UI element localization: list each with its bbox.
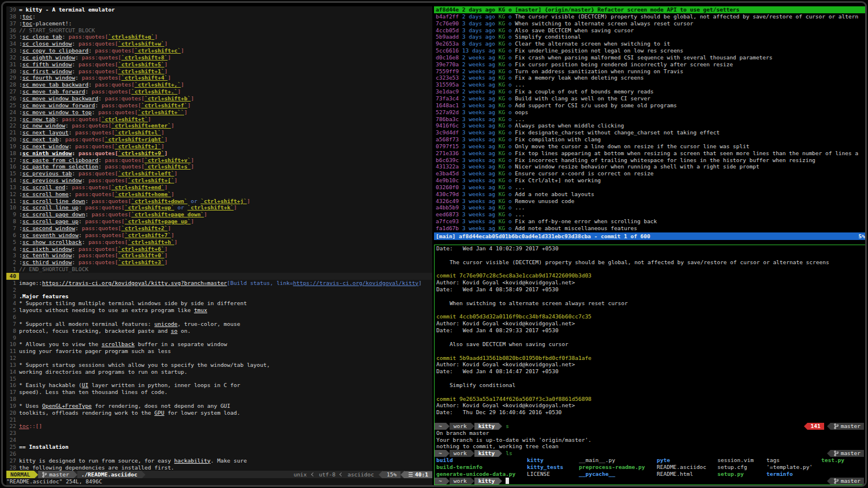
shell-line: Date: Wed Jan 4 08:29:33 2017 +0530 xyxy=(435,327,865,334)
editor-line: 11:sc_scroll_line_down: pass:quotes[`ctr… xyxy=(6,198,432,205)
git-branch-icon xyxy=(834,423,839,429)
editor-line: 32:sc_eighth_window: pass:quotes[`ctrl+s… xyxy=(6,54,432,61)
editor-line: 20toolkits, offloads rendering work to t… xyxy=(6,410,432,416)
shell-pane[interactable]: Date: Wed Jan 4 10:02:39 2017 +0530 The … xyxy=(434,245,866,485)
editor-line: 1image::https://travis-ci.org/kovidgoyal… xyxy=(6,280,432,287)
git-log-row: 9416f6c 3 weeks ag KG o Always paste whe… xyxy=(434,122,867,129)
window-frame: 39= kitty - A terminal emulator38:toc:37… xyxy=(1,1,867,487)
editor-line: 13* Support startup sessions which allow… xyxy=(6,362,432,369)
git-log-row: 39e770a 2 weeks ag KG o Fix cursor posit… xyxy=(434,61,867,68)
line-number-icon xyxy=(409,472,413,476)
ls-output-row: buildkitty__main__.pypytesession.vimtags… xyxy=(435,457,865,464)
shell-line: On branch master xyxy=(435,430,865,437)
shell-prompt: ~workkittylsmaster xyxy=(435,450,865,457)
editor-line: 19* Uses OpenGL+FreeType for rendering, … xyxy=(6,403,432,410)
ls-output-row: build-terminfokitty_testspreprocess-read… xyxy=(435,464,865,471)
shell-line xyxy=(435,266,865,273)
git-log-selected-row: af8d44e 2 days ago KG o [master] {origin… xyxy=(434,6,867,13)
editor-line: 33:sc_copy_to_clipboard: pass:quotes[`ct… xyxy=(6,47,432,54)
git-log-row: 1648ac1 3 weeks ag KG o Add support for … xyxy=(434,102,867,109)
shell-line: Your branch is up-to-date with 'origin/m… xyxy=(435,437,865,444)
statusline-filename: ./README.asciidoc xyxy=(77,471,141,478)
git-log-row: 786ba3c 3 weeks ag KG o ... xyxy=(434,116,867,123)
vim-command-line: "README.asciidoc" 254L, 8496C xyxy=(6,478,432,485)
prompt-segment-home: ~ xyxy=(435,478,446,485)
git-log-row: 431322a 3 weeks ag KG o Nicer window res… xyxy=(434,163,867,170)
editor-line: 16* Easily hackable (UI layer written in… xyxy=(6,382,432,389)
editor-line: 10* Allows you to view the scrollback bu… xyxy=(6,341,432,348)
powerline-arrow xyxy=(141,471,145,478)
editor-line: 31:sc_fifth_window: pass:quotes[`ctrl+sh… xyxy=(6,61,432,68)
git-log-row: 5cc6616 13 days ag KG o Fix underline_po… xyxy=(434,47,867,54)
shell-content: Date: Wed Jan 4 10:02:39 2017 +0530 The … xyxy=(435,245,865,485)
powerline-arrow xyxy=(499,478,502,485)
shell-line: Date: Wed Jan 4 08:14:47 2017 +0530 xyxy=(435,368,865,375)
powerline-arrow xyxy=(34,471,38,478)
editor-line: 3:sc_tenth_window: pass:quotes[`ctrl+shi… xyxy=(6,252,432,259)
git-log-row: 3e1dac9 2 weeks ag KG o Fix a couple of … xyxy=(434,88,867,95)
editor-line: 15 xyxy=(6,376,432,382)
vim-editor-pane[interactable]: 39= kitty - A terminal emulator38:toc:37… xyxy=(6,6,432,486)
statusline-right: unix utf-8 asciidoc 15% 40:1 xyxy=(293,471,432,478)
editor-line: 24 xyxy=(6,437,432,444)
terminal-cursor xyxy=(506,478,509,484)
shell-line xyxy=(435,307,865,314)
shell-line xyxy=(435,416,865,423)
editor-line: 13:sc_scroll_end: pass:quotes[`ctrl+shif… xyxy=(6,184,432,191)
git-log-row: 73fa3c4 2 weeks ag KG o Build with clang… xyxy=(434,95,867,102)
git-log-row: 3c9d4df 3 weeks ag KG o Fix designate_ch… xyxy=(434,129,867,136)
file-type: asciidoc xyxy=(346,471,375,478)
git-log-row: fa1d67b 3 weeks ag KG o Add note about m… xyxy=(434,225,867,232)
editor-line: 34:sc_close_window: pass:quotes[`ctrl+sh… xyxy=(6,40,432,47)
git-log-row: d0c16e8 2 weeks ag KG o Fix crash when p… xyxy=(434,54,867,61)
editor-line: 23:sc_new_tab: pass:quotes[`ctrl+shift+t… xyxy=(6,116,432,123)
prompt-segment-work: work xyxy=(450,478,471,485)
editor-line: 26 xyxy=(6,451,432,457)
shell-line: Simplify conditional xyxy=(435,382,865,389)
shell-line: commit 7c76e907c28c5ec8a3e1ccab9d1742260… xyxy=(435,272,865,279)
chevron-left-icon xyxy=(311,472,315,476)
git-log-scroll-percent: 5% xyxy=(859,233,865,240)
git-log-row: 0797f15 3 weeks ag KG o Only move the cu… xyxy=(434,143,867,150)
editor-buffer: 39= kitty - A terminal emulator38:toc:37… xyxy=(6,6,432,471)
git-log-row: a7fce93 3 weeks ag KG o Fix an off-by-on… xyxy=(434,218,867,225)
editor-line: 15:sc_previous_tab: pass:quotes[`ctrl+sh… xyxy=(6,170,432,177)
git-log-pane[interactable]: af8d44e 2 days ago KG o [master] {origin… xyxy=(434,6,867,240)
git-log-row: 7c76e90 3 days ago KG o When switching t… xyxy=(434,20,867,27)
editor-line: 22:sc_new_window: pass:quotes[`ctrl+shif… xyxy=(6,122,432,129)
editor-line: 30:sc_first_window: pass:quotes[`ctrl+sh… xyxy=(6,68,432,75)
git-log-row: e3ba45d 3 weeks ag KG o Ensure cursor x-… xyxy=(434,170,867,177)
cursor-position: 40:1 xyxy=(405,471,432,478)
editor-line: 2:sc_third_window: pass:quotes[`ctrl+shi… xyxy=(6,259,432,266)
git-log-row: eed6873 3 weeks ag KG o ... xyxy=(434,211,867,218)
editor-line: 16:sc_paste_from_selection: pass:quotes[… xyxy=(6,163,432,170)
editor-line: 9:sc_scroll_page_down: pass:quotes[`ctrl… xyxy=(6,211,432,218)
shell-prompt: ~workkittys141master xyxy=(435,423,865,430)
editor-line: 3.Major features xyxy=(6,293,432,300)
prompt-segment-kitty: kitty xyxy=(474,478,499,485)
editor-line: 1// END_SHORTCUT_BLOCK xyxy=(6,266,432,273)
git-log-row: 9e2653a 8 days ago KG o Clear the altern… xyxy=(434,40,867,47)
shell-line: nothing to commit, working tree clean xyxy=(435,443,865,450)
shell-line: Author: Kovid Goyal <kovid@kovidgoyal.ne… xyxy=(435,279,865,286)
prompt-git-branch: master xyxy=(830,423,864,430)
git-log-row: 527a92d 3 weeks ag KG o oops xyxy=(434,109,867,116)
powerline-arrow xyxy=(401,471,405,478)
editor-line: 11using your favorite pager program such… xyxy=(6,348,432,355)
editor-line: 2 xyxy=(6,287,432,294)
editor-line: 21:sc_next_layout: pass:quotes[`ctrl+shi… xyxy=(6,129,432,136)
shell-line xyxy=(435,252,865,259)
exit-code-badge: 141 xyxy=(807,423,824,430)
editor-line: 28:sc_move_tab_backward: pass:quotes[`ct… xyxy=(6,81,432,88)
editor-line: 18 xyxy=(6,396,432,403)
prompt-segment-home: ~ xyxy=(435,423,446,430)
editor-line: 6 xyxy=(6,314,432,321)
shell-line: Author: Kovid Goyal <kovid@kovidgoyal.ne… xyxy=(435,402,865,409)
git-log-row: 271e336 3 weeks ag KG o Fix top lines ap… xyxy=(434,150,867,157)
editor-line: 7* Supports all modern terminal features… xyxy=(6,321,432,328)
git-log-statusbar: [main] af8d44ecab05d01b6bc0ad4e1d331ebc9… xyxy=(434,232,867,240)
git-log-row: 7559ff9 2 weeks ag KG o Turn on address … xyxy=(434,68,867,75)
git-log-row: b4af2ff 2 days ago KG o The cursor visib… xyxy=(434,13,867,20)
prompt-segment-work: work xyxy=(450,423,471,430)
editor-line: 17:sc_paste_from_clipboard: pass:quotes[… xyxy=(6,157,432,164)
